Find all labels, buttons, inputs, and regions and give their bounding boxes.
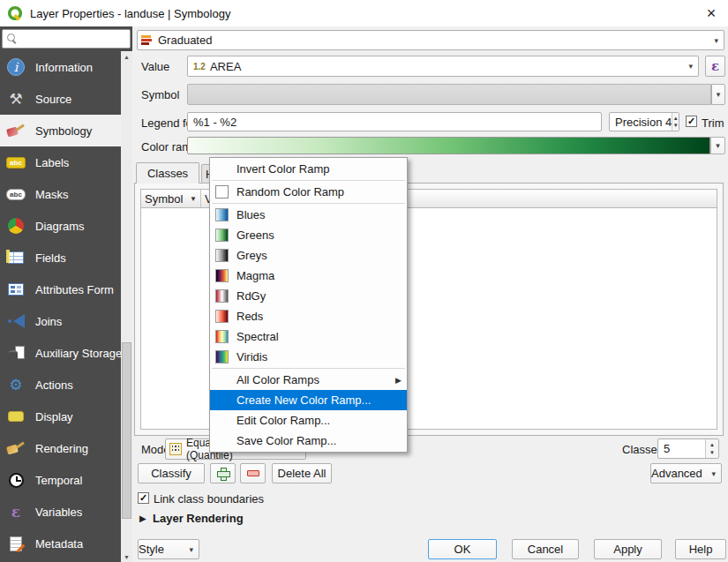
sidebar-item-label: Information xyxy=(35,61,93,74)
trim-checkbox[interactable]: ✓ xyxy=(686,116,697,127)
menu-item-random-color-ramp[interactable]: Random Color Ramp xyxy=(210,182,407,202)
viridis-ramp-swatch xyxy=(215,350,229,363)
menu-item-label: Greens xyxy=(236,229,274,242)
menu-item-invert-color-ramp[interactable]: Invert Color Ramp xyxy=(210,159,407,179)
random-color-ramp-checkbox[interactable] xyxy=(215,185,229,199)
minus-icon xyxy=(247,470,259,476)
fields-icon xyxy=(4,246,27,269)
scroll-down-icon[interactable]: ▼ xyxy=(121,551,132,562)
sidebar-item-fields[interactable]: Fields xyxy=(0,242,121,274)
color-ramp-preview[interactable] xyxy=(187,137,710,154)
menu-item-spectral[interactable]: Spectral xyxy=(210,326,407,347)
style-button[interactable]: Style ▾ xyxy=(138,539,199,559)
search-input[interactable] xyxy=(21,33,123,45)
auxiliary-storage-icon xyxy=(4,341,27,364)
scroll-up-icon[interactable]: ▲ xyxy=(121,51,132,62)
sidebar-item-diagrams[interactable]: Diagrams xyxy=(0,210,121,242)
advanced-button[interactable]: Advanced ▾ xyxy=(650,463,722,483)
sidebar-scrollbar[interactable]: ▲ ▼ xyxy=(121,51,132,562)
sidebar-item-symbology[interactable]: Symbology xyxy=(0,115,121,146)
masks-icon: abc xyxy=(4,183,27,206)
sidebar-item-masks[interactable]: abc Masks xyxy=(0,178,121,210)
scrollbar-thumb[interactable] xyxy=(122,342,131,519)
classes-spin-arrows[interactable]: ▲ ▼ xyxy=(705,439,718,458)
delete-all-button[interactable]: Delete All xyxy=(272,463,332,483)
classify-button[interactable]: Classify xyxy=(138,463,205,483)
symbol-preview[interactable] xyxy=(187,84,711,105)
ok-button[interactable]: OK xyxy=(428,539,497,559)
sidebar-item-label: Symbology xyxy=(35,124,92,138)
spin-up-icon: ▲ xyxy=(709,442,715,447)
menu-item-edit-color-ramp[interactable]: Edit Color Ramp... xyxy=(210,410,407,431)
close-icon[interactable]: × xyxy=(700,2,723,25)
menu-item-label: Edit Color Ramp... xyxy=(236,414,330,427)
menu-item-viridis[interactable]: Viridis xyxy=(210,347,407,367)
legend-format-value: %1 - %2 xyxy=(193,116,236,129)
precision-spinbox[interactable]: Precision 4 ▲ ▼ xyxy=(609,112,679,131)
sidebar-item-attributes-form[interactable]: Attributes Form xyxy=(0,274,121,305)
cancel-button[interactable]: Cancel xyxy=(512,539,579,559)
sidebar-item-temporal[interactable]: Temporal xyxy=(0,464,121,496)
symbol-dropdown-button[interactable]: ▾ xyxy=(711,84,725,105)
menu-item-greens[interactable]: Greens xyxy=(210,225,407,245)
menu-item-rdgy[interactable]: RdGy xyxy=(210,286,407,306)
sidebar-item-auxiliary-storage[interactable]: Auxiliary Storage xyxy=(0,337,121,369)
window-title: Layer Properties - landuse | Symbology xyxy=(30,7,230,20)
help-button[interactable]: Help xyxy=(675,539,726,559)
sidebar-nav: i Information ⚒ Source Symbology abc Lab… xyxy=(0,51,121,559)
spin-down-icon: ▼ xyxy=(673,123,679,128)
sidebar-item-variables[interactable]: ε Variables xyxy=(0,496,121,528)
symbol-column-header[interactable]: Symbol ▼ xyxy=(141,190,201,207)
sidebar-item-label: Metadata xyxy=(35,537,83,551)
sidebar-item-metadata[interactable]: Metadata xyxy=(0,528,121,559)
spectral-ramp-swatch xyxy=(215,330,229,343)
menu-item-blues[interactable]: Blues xyxy=(210,205,407,225)
add-class-button[interactable] xyxy=(210,463,236,483)
temporal-icon xyxy=(4,468,27,491)
precision-spin-arrows[interactable]: ▲ ▼ xyxy=(672,113,679,131)
renderer-combo[interactable]: Graduated ▾ xyxy=(137,30,724,50)
sidebar-item-labels[interactable]: abc Labels xyxy=(0,146,121,178)
menu-item-reds[interactable]: Reds xyxy=(210,306,407,326)
style-button-label: Style xyxy=(139,543,164,556)
menu-separator xyxy=(212,368,405,369)
value-combo[interactable]: 1.2 AREA ▾ xyxy=(187,56,699,77)
sidebar-item-source[interactable]: ⚒ Source xyxy=(0,83,121,115)
menu-item-greys[interactable]: Greys xyxy=(210,245,407,266)
sidebar-item-joins[interactable]: Joins xyxy=(0,305,121,337)
menu-item-save-color-ramp[interactable]: Save Color Ramp... xyxy=(210,431,407,451)
sidebar-item-label: Display xyxy=(35,410,73,423)
sidebar-item-rendering[interactable]: Rendering xyxy=(0,432,121,464)
sidebar-item-display[interactable]: Display xyxy=(0,401,121,432)
greens-ramp-swatch xyxy=(215,229,229,242)
sidebar-search[interactable] xyxy=(2,29,131,49)
sidebar-item-actions[interactable]: ⚙ Actions xyxy=(0,369,121,401)
menu-separator xyxy=(212,180,405,181)
trim-label: Trim xyxy=(702,116,724,130)
layer-rendering-label[interactable]: Layer Rendering xyxy=(153,512,244,525)
menu-item-create-new-color-ramp[interactable]: Create New Color Ramp... xyxy=(210,390,407,410)
menu-item-magma[interactable]: Magma xyxy=(210,266,407,286)
sidebar-item-label: Auxiliary Storage xyxy=(35,347,122,360)
sidebar-item-label: Fields xyxy=(35,251,66,265)
chevron-down-icon: ▾ xyxy=(709,36,724,45)
classes-spinbox[interactable]: 5 ▲ ▼ xyxy=(657,438,719,459)
link-class-boundaries-checkbox[interactable]: ✓ xyxy=(138,492,149,504)
rdgy-ramp-swatch xyxy=(215,289,229,303)
apply-button[interactable]: Apply xyxy=(594,539,662,559)
actions-icon: ⚙ xyxy=(4,373,27,396)
expression-builder-button[interactable]: ε xyxy=(705,56,725,77)
remove-class-button[interactable] xyxy=(240,463,266,483)
legend-format-input[interactable]: %1 - %2 xyxy=(187,112,602,131)
menu-item-label: Invert Color Ramp xyxy=(236,162,329,176)
title-bar: Layer Properties - landuse | Symbology × xyxy=(0,0,728,26)
tab-classes[interactable]: Classes xyxy=(136,162,199,184)
search-icon xyxy=(7,34,18,44)
precision-value: 4 xyxy=(665,116,672,129)
chevron-down-icon: ▾ xyxy=(706,469,721,478)
sidebar-item-information[interactable]: i Information xyxy=(0,51,121,83)
collapse-arrow-icon[interactable]: ▶ xyxy=(139,513,146,523)
color-ramp-dropdown-button[interactable]: ▾ xyxy=(710,137,725,154)
menu-item-all-color-ramps[interactable]: All Color Ramps ▶ xyxy=(210,370,407,390)
sidebar-item-label: Attributes Form xyxy=(35,283,114,296)
